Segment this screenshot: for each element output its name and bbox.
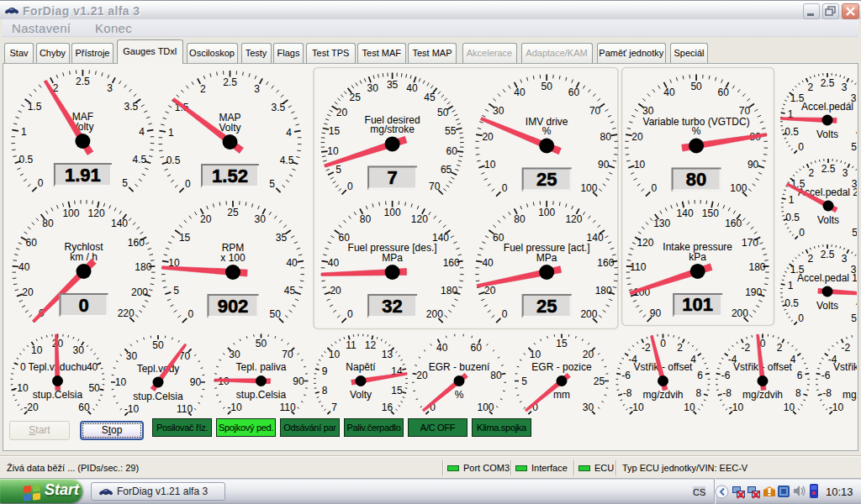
- svg-text:5: 5: [335, 164, 341, 176]
- svg-text:2: 2: [777, 342, 783, 354]
- svg-text:40: 40: [663, 87, 675, 98]
- svg-text:20: 20: [583, 349, 594, 360]
- svg-text:20: 20: [482, 131, 494, 143]
- svg-text:160: 160: [725, 218, 742, 229]
- svg-text:7: 7: [387, 167, 397, 188]
- svg-text:Volts: Volts: [816, 300, 838, 312]
- svg-text:3: 3: [842, 81, 848, 93]
- svg-text:6: 6: [697, 370, 703, 381]
- svg-text:45: 45: [424, 92, 436, 103]
- svg-text:stup.Celsia: stup.Celsia: [236, 389, 287, 401]
- svg-text:1: 1: [21, 126, 27, 138]
- svg-text:0: 0: [185, 178, 191, 190]
- svg-text:-2: -2: [841, 342, 850, 354]
- svg-text:25: 25: [227, 207, 239, 218]
- svg-text:stup.Celsia: stup.Celsia: [33, 389, 83, 401]
- svg-text:40: 40: [406, 82, 418, 94]
- svg-text:100: 100: [730, 182, 747, 194]
- svg-text:110: 110: [630, 261, 646, 273]
- svg-text:%: %: [692, 125, 701, 137]
- svg-text:3: 3: [843, 167, 848, 179]
- svg-text:50: 50: [690, 81, 702, 92]
- svg-text:-10: -10: [13, 382, 29, 394]
- svg-text:0.5: 0.5: [166, 155, 181, 166]
- svg-text:70: 70: [589, 105, 601, 117]
- svg-text:0.5: 0.5: [784, 297, 799, 309]
- svg-text:0: 0: [660, 338, 666, 349]
- svg-text:35: 35: [276, 232, 288, 244]
- svg-text:190: 190: [745, 286, 762, 298]
- svg-text:1.91: 1.91: [65, 165, 101, 186]
- svg-text:180: 180: [135, 261, 151, 273]
- svg-text:10: 10: [31, 344, 43, 356]
- svg-text:mg/stroke: mg/stroke: [370, 123, 415, 135]
- svg-text:25: 25: [594, 375, 605, 387]
- svg-text:10: 10: [329, 349, 341, 360]
- svg-text:180: 180: [441, 285, 457, 297]
- svg-text:60: 60: [471, 342, 483, 354]
- svg-text:180: 180: [595, 285, 612, 297]
- svg-text:40: 40: [482, 257, 494, 269]
- svg-text:8: 8: [322, 385, 328, 396]
- svg-text:70: 70: [429, 181, 441, 192]
- svg-text:0: 0: [798, 312, 804, 324]
- svg-text:30: 30: [126, 350, 138, 362]
- svg-text:0: 0: [502, 182, 508, 194]
- svg-text:25: 25: [350, 92, 362, 103]
- svg-text:13: 13: [382, 349, 394, 360]
- svg-text:Tepl. paliva: Tepl. paliva: [235, 361, 286, 373]
- svg-text:0: 0: [798, 141, 804, 153]
- svg-text:-2: -2: [642, 342, 651, 354]
- svg-text:50: 50: [437, 107, 449, 118]
- svg-text:3: 3: [107, 82, 113, 94]
- svg-text:4.5: 4.5: [856, 126, 861, 138]
- svg-text:stup.Celsia: stup.Celsia: [133, 391, 183, 402]
- svg-text:15: 15: [556, 338, 568, 349]
- svg-text:Vstřik - offset: Vstřik - offset: [833, 361, 861, 373]
- svg-text:10: 10: [530, 349, 541, 360]
- svg-text:-2: -2: [741, 342, 750, 354]
- svg-text:30: 30: [493, 105, 504, 117]
- svg-text:80: 80: [686, 169, 706, 190]
- svg-text:-10: -10: [729, 402, 744, 413]
- svg-text:150: 150: [702, 207, 719, 219]
- svg-text:8: 8: [795, 387, 801, 399]
- svg-text:-20: -20: [24, 402, 39, 413]
- svg-text:70: 70: [282, 349, 293, 360]
- svg-text:-8: -8: [722, 387, 732, 399]
- svg-text:2: 2: [808, 167, 814, 179]
- svg-text:7: 7: [331, 402, 337, 413]
- svg-text:90: 90: [293, 375, 304, 387]
- svg-text:30: 30: [255, 213, 267, 225]
- svg-text:20: 20: [336, 107, 348, 118]
- svg-text:4: 4: [139, 126, 145, 138]
- svg-text:15: 15: [329, 125, 341, 137]
- svg-text:140: 140: [111, 218, 128, 229]
- svg-text:MPa: MPa: [382, 252, 403, 264]
- svg-text:50: 50: [541, 81, 553, 92]
- svg-text:100: 100: [62, 207, 79, 219]
- svg-text:20: 20: [416, 370, 428, 381]
- svg-text:Volty: Volty: [350, 389, 372, 401]
- svg-text:-6: -6: [721, 370, 731, 381]
- svg-text:Napětí: Napětí: [346, 361, 376, 373]
- svg-text:1: 1: [789, 194, 795, 206]
- svg-text:20: 20: [200, 213, 212, 225]
- svg-text:30: 30: [73, 344, 85, 356]
- svg-text:5: 5: [851, 141, 857, 153]
- svg-text:20: 20: [484, 285, 496, 297]
- svg-text:%: %: [542, 125, 552, 137]
- svg-text:10: 10: [684, 402, 695, 413]
- svg-text:0: 0: [652, 182, 658, 194]
- svg-text:Volts: Volts: [817, 214, 839, 226]
- svg-text:-8: -8: [623, 387, 632, 399]
- svg-text:mg/zdvih: mg/zdvih: [742, 389, 783, 401]
- svg-text:2.5: 2.5: [223, 76, 237, 88]
- svg-text:-10: -10: [629, 402, 644, 413]
- svg-text:0: 0: [347, 308, 353, 320]
- svg-text:10: 10: [634, 159, 646, 171]
- svg-text:EGR - pozice: EGR - pozice: [531, 361, 592, 373]
- svg-text:902: 902: [218, 296, 249, 317]
- svg-text:120: 120: [411, 213, 428, 225]
- svg-text:1.5: 1.5: [28, 101, 42, 113]
